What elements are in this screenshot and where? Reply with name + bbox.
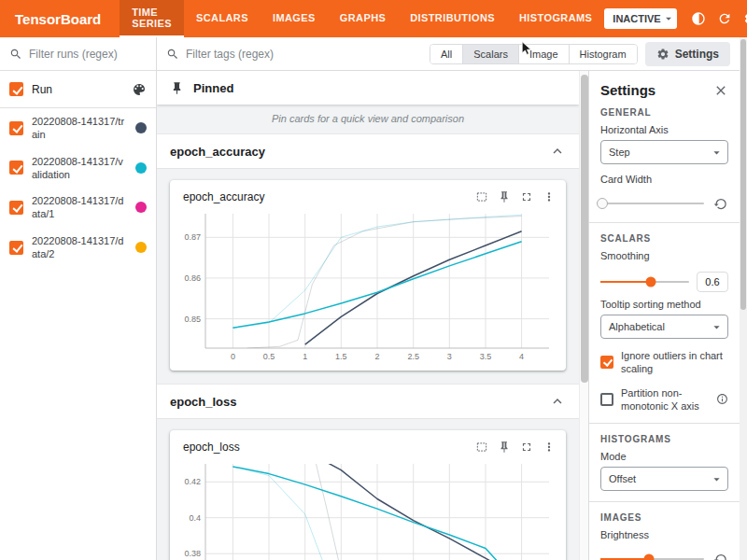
kebab-menu-icon [543, 190, 556, 203]
brightness-control [600, 551, 728, 560]
reset-icon [713, 553, 727, 560]
run-filter [0, 37, 156, 71]
filter-chip-image[interactable]: Image [518, 45, 569, 63]
card-width-slider[interactable] [600, 203, 704, 204]
section-header-epoch-loss[interactable]: epoch_loss [157, 384, 579, 419]
fit-data-icon [475, 190, 488, 203]
histogram-mode-select[interactable]: Offset [600, 467, 728, 491]
expand-card-button[interactable] [515, 186, 538, 208]
caret-down-icon [710, 146, 724, 160]
svg-text:0.86: 0.86 [184, 273, 201, 283]
smoothing-control: 0.6 [600, 272, 728, 292]
svg-text:3: 3 [447, 352, 452, 361]
scalar-card-epoch-accuracy: epoch_accuracy 00.511.522.533.540.850.86… [170, 180, 566, 371]
page-scrollbar-thumb[interactable] [740, 39, 746, 310]
tensorboard-app: TensorBoard TIME SERIES SCALARS IMAGES G… [0, 0, 747, 560]
slider-thumb[interactable] [597, 198, 608, 209]
slider-thumb[interactable] [646, 277, 656, 287]
partition-x-axis-row[interactable]: Partition non-monotonic X axis [600, 386, 728, 413]
filter-chip-scalars[interactable]: Scalars [462, 45, 518, 63]
run-checkbox[interactable] [9, 161, 23, 175]
ignore-outliers-row[interactable]: Ignore outliers in chart scaling [600, 349, 728, 376]
more-options-button[interactable] [538, 436, 560, 458]
card-width-reset-button[interactable] [712, 195, 728, 212]
epoch-accuracy-chart[interactable]: 00.511.522.533.540.850.860.87 [174, 208, 562, 369]
tab-graphs[interactable]: GRAPHS [328, 0, 398, 37]
pin-icon [498, 441, 511, 454]
tag-filter-input[interactable] [186, 48, 422, 61]
info-icon[interactable] [716, 393, 728, 405]
palette-icon[interactable] [132, 82, 147, 97]
brightness-label: Brightness [600, 529, 728, 540]
settings-panel-title: Settings [600, 82, 655, 98]
caret-down-icon [662, 12, 675, 25]
horizontal-axis-label: Horizontal Axis [600, 124, 728, 135]
refresh-button[interactable] [712, 7, 737, 31]
tooltip-sorting-select[interactable]: Alphabetical [600, 315, 728, 339]
horizontal-axis-value: Step [609, 147, 630, 158]
global-settings-button[interactable] [739, 7, 747, 31]
settings-group-histograms: HISTOGRAMS [600, 434, 728, 444]
smoothing-label: Smoothing [600, 250, 728, 261]
brightness-reset-button[interactable] [712, 551, 728, 560]
more-options-button[interactable] [538, 186, 560, 208]
tab-distributions[interactable]: DISTRIBUTIONS [398, 0, 507, 37]
filter-chip-all[interactable]: All [430, 45, 462, 63]
run-label: 20220808-141317/validation [32, 155, 127, 182]
svg-text:1: 1 [303, 352, 307, 361]
run-filter-input[interactable] [29, 48, 147, 61]
header-actions: INACTIVE [604, 0, 747, 37]
card-width-label: Card Width [600, 174, 728, 185]
slider-thumb[interactable] [644, 554, 655, 560]
pin-card-button[interactable] [493, 186, 515, 208]
smoothing-slider[interactable] [600, 281, 689, 283]
chevron-up-icon[interactable] [549, 393, 566, 410]
pin-icon [170, 81, 184, 95]
run-checkbox[interactable] [9, 201, 23, 215]
page-scrollbar[interactable] [740, 37, 747, 560]
epoch-loss-chart[interactable]: 00.511.522.533.540.360.380.40.42 [174, 458, 562, 560]
ignore-outliers-checkbox[interactable] [600, 356, 613, 369]
divider [589, 501, 740, 502]
pinned-title: Pinned [193, 81, 233, 95]
filter-chip-histogram[interactable]: Histogram [569, 45, 637, 63]
section-title: epoch_accuracy [170, 145, 265, 159]
run-checkbox[interactable] [9, 241, 23, 255]
ignore-outliers-label: Ignore outliers in chart scaling [621, 349, 728, 376]
tooltip-sorting-value: Alphabetical [609, 321, 665, 332]
open-settings-button[interactable]: Settings [645, 42, 730, 66]
run-row-data-1[interactable]: 20220808-141317/data/1 [0, 188, 156, 228]
refresh-icon [717, 11, 732, 26]
tab-scalars[interactable]: SCALARS [184, 0, 261, 37]
run-color-dot [135, 202, 147, 213]
run-label: 20220808-141317/train [32, 115, 127, 142]
run-color-dot [135, 162, 147, 174]
svg-text:0.42: 0.42 [184, 477, 201, 486]
section-header-epoch-accuracy[interactable]: epoch_accuracy [157, 133, 579, 169]
tab-time-series[interactable]: TIME SERIES [120, 0, 184, 37]
fit-data-button[interactable] [471, 186, 493, 208]
partition-x-axis-checkbox[interactable] [600, 393, 613, 406]
smoothing-value-input[interactable]: 0.6 [697, 272, 728, 292]
kebab-menu-icon [543, 441, 556, 454]
main-scrollbar[interactable] [579, 71, 588, 560]
pin-card-button[interactable] [493, 436, 515, 458]
horizontal-axis-select[interactable]: Step [600, 140, 728, 164]
chevron-up-icon[interactable] [549, 143, 566, 160]
run-master-checkbox[interactable] [9, 82, 23, 96]
run-row-train[interactable]: 20220808-141317/train [0, 108, 156, 148]
gear-icon [656, 48, 669, 61]
gear-icon [743, 11, 747, 26]
reload-status-select[interactable]: INACTIVE [604, 8, 676, 29]
theme-toggle-button[interactable] [686, 7, 711, 31]
svg-text:0.85: 0.85 [184, 315, 201, 324]
tab-histograms[interactable]: HISTOGRAMS [507, 0, 604, 37]
run-row-validation[interactable]: 20220808-141317/validation [0, 148, 156, 189]
fit-data-button[interactable] [471, 436, 493, 458]
expand-card-button[interactable] [515, 436, 538, 458]
main-scrollbar-thumb[interactable] [581, 75, 588, 383]
close-icon[interactable] [713, 83, 728, 98]
tab-images[interactable]: IMAGES [261, 0, 328, 37]
run-row-data-2[interactable]: 20220808-141317/data/2 [0, 228, 156, 268]
run-checkbox[interactable] [9, 121, 23, 135]
